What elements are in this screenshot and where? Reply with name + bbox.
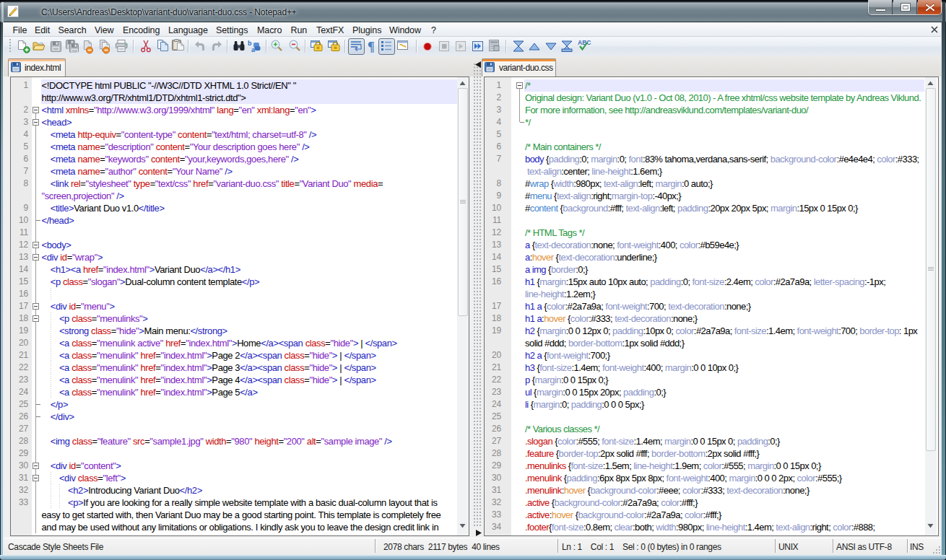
svg-text:¶: ¶ xyxy=(368,40,375,54)
svg-text:ABC: ABC xyxy=(578,39,591,46)
